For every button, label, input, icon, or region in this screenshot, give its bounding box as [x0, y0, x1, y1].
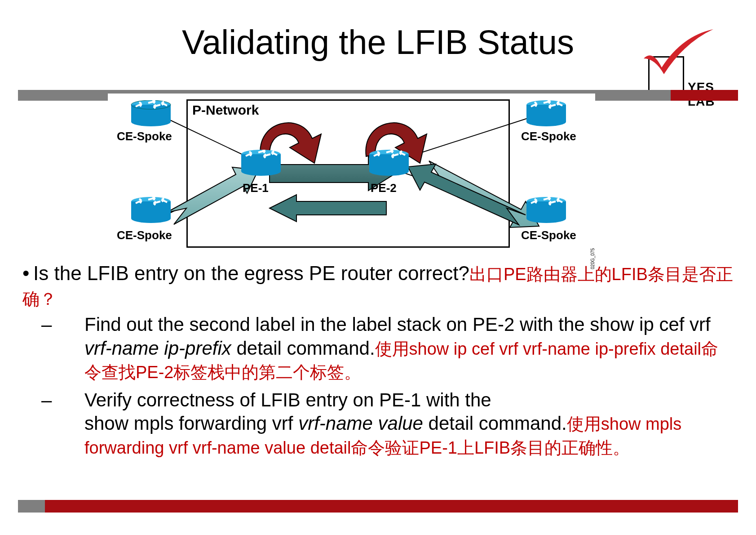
- bullet-main-en: Is the LFIB entry on the egress PE route…: [33, 262, 469, 284]
- router-ce-spoke-tr: [526, 100, 567, 126]
- router-ce-spoke-br: [526, 197, 567, 223]
- sub1-en-a: Find out the second label in the label s…: [84, 314, 711, 335]
- label-ce-spoke-tr: CE-Spoke: [521, 129, 576, 143]
- sub-bullet-1: –Find out the second label in the label …: [63, 313, 734, 384]
- svg-point-22: [369, 167, 409, 176]
- label-ce-spoke-br: CE-Spoke: [521, 228, 576, 242]
- router-ce-spoke-bl: [130, 197, 172, 223]
- checkmark-icon: [639, 27, 716, 76]
- yeslab-logo: YES LAB: [644, 31, 743, 94]
- svg-point-10: [131, 214, 171, 223]
- label-ce-spoke-bl: CE-Spoke: [117, 228, 172, 242]
- center-arrow-left: [270, 195, 386, 222]
- bottom-bar-red: [45, 500, 738, 513]
- slide-body: •Is the LFIB entry on the egress PE rout…: [22, 261, 734, 464]
- svg-point-6: [131, 117, 171, 126]
- svg-point-13: [526, 117, 566, 126]
- svg-point-16: [526, 214, 566, 223]
- router-pe-2: [368, 150, 410, 176]
- sub1-en-b: detail command.: [231, 338, 375, 359]
- svg-point-19: [241, 167, 281, 176]
- sub-bullet-2: –Verify correctness of LFIB entry on PE-…: [63, 388, 734, 459]
- sub1-en-ital: vrf-name ip-prefix: [84, 338, 231, 359]
- arrow-cespoke-br-in: [408, 164, 526, 225]
- top-bar-red: [671, 90, 738, 101]
- sub2-en-c: detail command.: [423, 413, 567, 434]
- label-pe-2: PE-2: [371, 181, 397, 195]
- label-pe-1: PE-1: [243, 181, 269, 195]
- sub2-en-b: show mpls forwarding vrf: [84, 413, 298, 434]
- sub2-en-a: Verify correctness of LFIB entry on PE-1…: [84, 389, 491, 410]
- bullet-main: •Is the LFIB entry on the egress PE rout…: [22, 261, 734, 310]
- network-diagram: P-Network 020G_075: [108, 94, 595, 253]
- router-ce-spoke-tl: [130, 100, 172, 126]
- sub2-en-ital: vrf-name value: [298, 413, 423, 434]
- label-ce-spoke-tl: CE-Spoke: [117, 129, 172, 143]
- router-pe-1: [240, 150, 282, 176]
